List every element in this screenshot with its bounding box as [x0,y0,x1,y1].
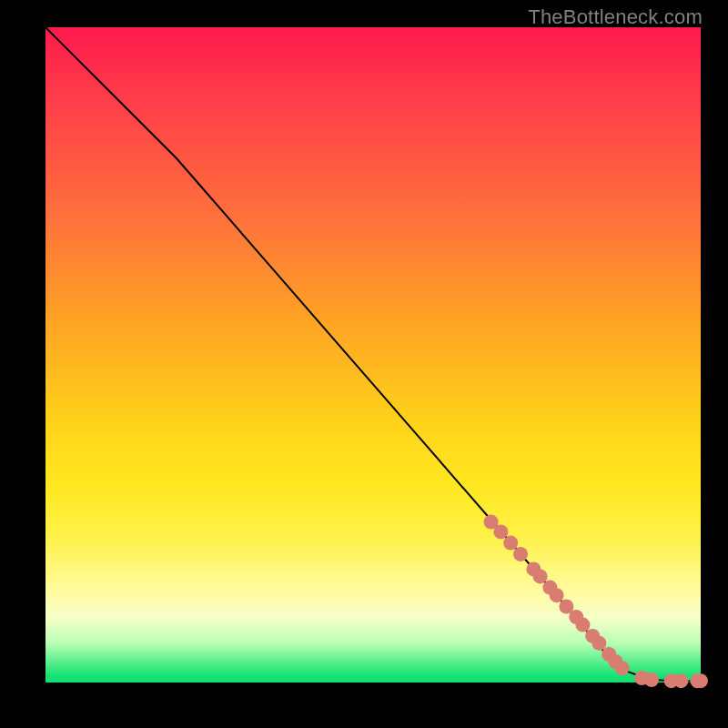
watermark-text: TheBottleneck.com [528,5,703,29]
data-point [575,618,590,632]
data-point [644,672,659,687]
chart-svg [46,27,701,682]
data-point [493,524,508,539]
points-group [484,515,708,689]
data-point [615,661,630,675]
data-point [533,569,548,583]
data-point [503,536,518,551]
chart-frame: TheBottleneck.com [0,0,728,728]
curve-path [46,27,701,682]
data-point [673,673,688,688]
data-point [693,673,708,688]
data-point [513,547,528,561]
plot-area [46,27,701,682]
data-point [592,636,606,651]
data-point [550,588,564,602]
